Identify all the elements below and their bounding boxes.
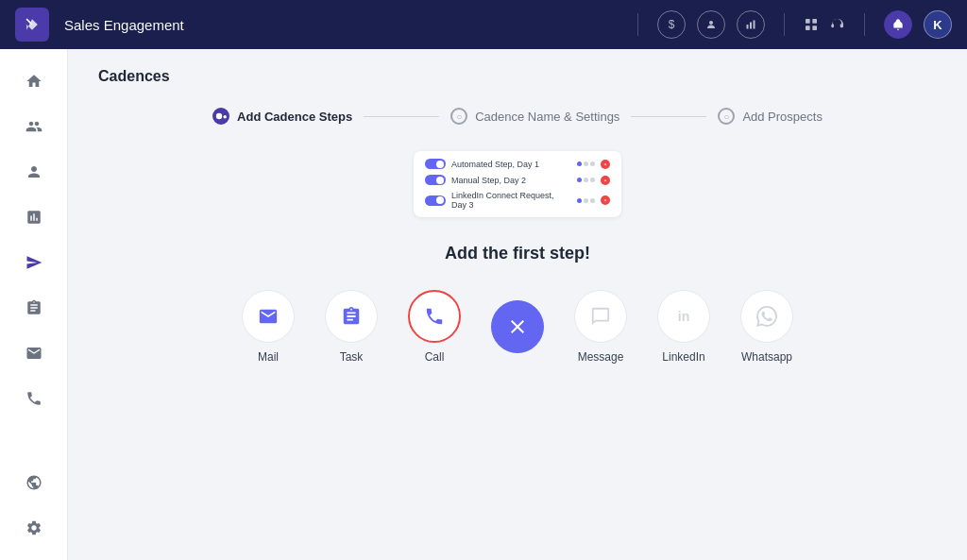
step-1-circle <box>212 108 229 125</box>
sidebar-item-contacts[interactable] <box>13 106 55 147</box>
nav-person-icon[interactable] <box>697 10 725 39</box>
preview-dots-2 <box>577 178 595 182</box>
stepper: Add Cadence Steps ○ Cadence Name & Setti… <box>98 108 937 125</box>
nav-headset-icon[interactable] <box>830 17 845 32</box>
preview-close-2[interactable]: × <box>601 176 610 185</box>
step-type-call[interactable]: Call <box>408 290 461 364</box>
sidebar-item-tasks[interactable] <box>13 287 55 329</box>
app-title: Sales Engagement <box>64 17 630 33</box>
svg-rect-7 <box>812 25 817 30</box>
message-type-label: Message <box>578 350 624 364</box>
dot <box>584 178 588 182</box>
step-1: Add Cadence Steps <box>212 108 352 125</box>
preview-row-3-label: LinkedIn Connect Request, Day 3 <box>451 191 571 210</box>
svg-point-8 <box>215 113 221 119</box>
step-3-circle: ○ <box>718 108 735 125</box>
sidebar-item-mail[interactable] <box>13 332 55 374</box>
step-3: ○ Add Prospects <box>718 108 823 125</box>
svg-rect-5 <box>812 19 817 24</box>
step-1-label: Add Cadence Steps <box>237 110 352 124</box>
preview-toggle-3[interactable] <box>425 195 446 206</box>
sidebar-item-home[interactable] <box>13 60 55 102</box>
sidebar-item-send[interactable] <box>13 242 55 283</box>
navbar: Sales Engagement $ K <box>0 0 967 49</box>
sidebar-item-settings[interactable] <box>13 507 55 549</box>
call-type-label: Call <box>425 350 445 364</box>
call-icon-btn[interactable] <box>408 290 461 343</box>
step-2-label: Cadence Name & Settings <box>475 110 619 124</box>
add-icon-btn[interactable] <box>491 300 544 353</box>
dot <box>584 161 588 166</box>
nav-dollar-icon[interactable]: $ <box>657 10 686 39</box>
mail-type-label: Mail <box>258 350 279 364</box>
preview-toggle-2[interactable] <box>425 175 446 185</box>
whatsapp-icon-btn[interactable] <box>740 290 793 343</box>
main-layout: Cadences Add Cadence Steps ○ Cadence Nam… <box>0 49 967 560</box>
step-2: ○ Cadence Name & Settings <box>450 108 619 125</box>
sidebar-item-reports[interactable] <box>13 196 55 238</box>
dot <box>577 178 582 182</box>
svg-rect-6 <box>806 25 810 30</box>
preview-row-1: Automated Step, Day 1 × <box>425 159 610 169</box>
page-title: Cadences <box>98 68 937 85</box>
preview-row-2-label: Manual Step, Day 2 <box>451 176 571 185</box>
step-type-message[interactable]: Message <box>574 290 627 364</box>
svg-rect-3 <box>754 21 755 29</box>
dot <box>577 161 582 166</box>
step-line-2 <box>631 116 706 117</box>
add-step-title: Add the first step! <box>98 244 937 263</box>
step-type-whatsapp[interactable]: Whatsapp <box>740 290 793 364</box>
step-type-task[interactable]: Task <box>325 290 378 364</box>
step-type-add[interactable] <box>491 300 544 353</box>
whatsapp-type-label: Whatsapp <box>741 350 792 364</box>
sidebar-item-integrations[interactable] <box>13 462 55 503</box>
step-2-circle: ○ <box>450 108 467 125</box>
preview-toggle-1[interactable] <box>425 159 446 169</box>
nav-divider-2 <box>784 13 785 36</box>
task-icon-btn[interactable] <box>325 290 378 343</box>
nav-divider-3 <box>864 13 865 36</box>
step-type-mail[interactable]: Mail <box>242 290 295 364</box>
svg-point-0 <box>709 21 713 25</box>
dot <box>590 161 595 166</box>
step-type-list: Mail Task Call <box>98 290 937 364</box>
preview-close-3[interactable]: × <box>601 195 610 205</box>
nav-grid-icon[interactable] <box>804 17 819 32</box>
nav-chart-icon[interactable] <box>737 10 765 39</box>
cadence-preview: Automated Step, Day 1 × Manual Step, Day… <box>98 151 937 217</box>
preview-row-3: LinkedIn Connect Request, Day 3 × <box>425 191 610 210</box>
dot <box>590 178 595 182</box>
preview-close-1[interactable]: × <box>601 160 610 169</box>
preview-dots-3 <box>577 198 595 203</box>
linkedin-icon-btn[interactable]: in <box>657 290 710 343</box>
navbar-actions: $ K <box>630 10 952 39</box>
sidebar-item-person[interactable] <box>13 151 55 193</box>
dot <box>590 198 595 203</box>
step-type-linkedin[interactable]: in LinkedIn <box>657 290 710 364</box>
svg-rect-1 <box>747 25 749 29</box>
step-3-label: Add Prospects <box>742 110 823 124</box>
message-icon-btn[interactable] <box>574 290 627 343</box>
svg-rect-4 <box>806 19 810 24</box>
app-logo[interactable] <box>15 8 49 42</box>
dot <box>577 198 582 203</box>
user-avatar[interactable]: K <box>924 10 952 39</box>
dot <box>584 198 588 203</box>
sidebar <box>0 49 68 560</box>
linkedin-type-label: LinkedIn <box>662 350 704 364</box>
mail-icon-btn[interactable] <box>242 290 295 343</box>
nav-notification-icon[interactable] <box>884 10 912 39</box>
step-line-1 <box>364 116 439 117</box>
sidebar-item-calls[interactable] <box>13 378 55 419</box>
svg-rect-2 <box>750 23 752 29</box>
nav-divider <box>637 13 638 36</box>
preview-row-2: Manual Step, Day 2 × <box>425 175 610 185</box>
preview-card: Automated Step, Day 1 × Manual Step, Day… <box>414 151 621 217</box>
content-area: Cadences Add Cadence Steps ○ Cadence Nam… <box>68 49 967 560</box>
task-type-label: Task <box>340 350 364 364</box>
preview-dots-1 <box>577 161 595 166</box>
preview-row-1-label: Automated Step, Day 1 <box>451 160 571 169</box>
